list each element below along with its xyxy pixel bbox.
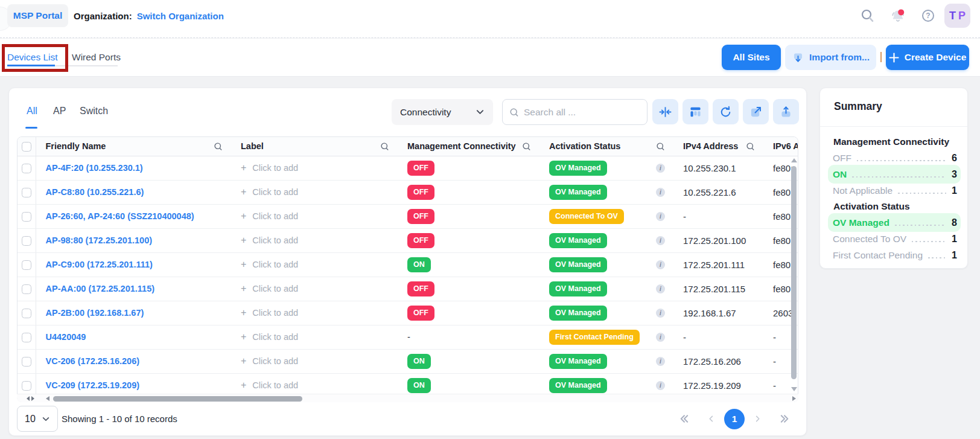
friendly-name-cell[interactable]: VC-206 (172.25.16.206) [36, 349, 231, 373]
column-search-icon[interactable] [656, 142, 665, 151]
friendly-name-cell[interactable]: AP-C9:00 (172.25.201.111) [36, 252, 231, 277]
management-connectivity-cell: ON [398, 252, 539, 277]
page-number-button[interactable]: 1 [724, 409, 745, 429]
scroll-down-arrow-icon[interactable] [791, 387, 797, 391]
info-icon[interactable]: i [656, 284, 665, 293]
click-to-add[interactable]: + Click to add [241, 356, 298, 367]
click-to-add[interactable]: + Click to add [241, 380, 298, 391]
summary-row-leader [898, 193, 946, 194]
column-search-icon[interactable] [522, 142, 531, 151]
row-checkbox[interactable] [22, 381, 31, 391]
friendly-name-cell[interactable]: AP-2B:00 (192.168.1.67) [36, 301, 231, 325]
column-pager-icon[interactable] [27, 396, 42, 401]
ipv4-cell: - [673, 204, 763, 228]
ipv4-cell: 10.255.230.1 [673, 156, 763, 180]
info-icon[interactable]: i [656, 333, 665, 342]
create-device-label: Create Device [905, 52, 967, 63]
info-icon[interactable]: i [656, 164, 665, 173]
page-size-select[interactable]: 10 [17, 406, 58, 432]
row-checkbox[interactable] [22, 236, 31, 246]
tab-wired-ports[interactable]: Wired Ports [72, 52, 121, 63]
row-checkbox[interactable] [22, 333, 31, 342]
friendly-name-cell[interactable]: AP-C8:80 (10.255.221.6) [36, 180, 231, 204]
click-to-add[interactable]: + Click to add [241, 259, 298, 270]
click-to-add[interactable]: + Click to add [241, 187, 298, 197]
click-to-add[interactable]: + Click to add [241, 162, 298, 173]
activation-status-cell: OV Managed i [539, 252, 673, 277]
collapse-columns-button[interactable] [652, 99, 678, 124]
last-page-button[interactable] [779, 413, 791, 425]
import-icon [792, 51, 804, 64]
info-icon[interactable]: i [656, 260, 665, 269]
row-checkbox[interactable] [22, 212, 31, 222]
row-checkbox[interactable] [22, 260, 31, 270]
info-icon[interactable]: i [656, 357, 665, 366]
next-page-button[interactable] [753, 414, 762, 423]
column-search-icon[interactable] [214, 142, 223, 151]
info-icon[interactable]: i [656, 309, 665, 318]
columns-settings-button[interactable] [682, 99, 708, 124]
activation-status-cell: OV Managed i [539, 349, 673, 373]
row-checkbox[interactable] [22, 284, 31, 294]
export-button[interactable] [773, 99, 799, 124]
friendly-name-cell[interactable]: AP-98:80 (172.25.201.100) [36, 228, 231, 252]
row-checkbox[interactable] [22, 309, 31, 318]
help-icon[interactable]: ? [922, 10, 934, 22]
summary-row-label: Connected To OV [833, 234, 906, 245]
info-icon[interactable]: i [656, 188, 665, 197]
info-icon[interactable]: i [656, 212, 665, 221]
refresh-button[interactable] [713, 99, 739, 124]
tab-devices-list[interactable]: Devices List [7, 52, 58, 63]
filter-tab-ap[interactable]: AP [53, 106, 66, 117]
scroll-left-arrow-icon[interactable] [46, 396, 49, 401]
connectivity-filter-select[interactable]: Connectivity [392, 99, 493, 125]
row-checkbox[interactable] [22, 164, 31, 173]
column-search-icon[interactable] [380, 142, 389, 151]
summary-row: Connected To OV 1 [820, 231, 967, 247]
open-external-button[interactable] [743, 99, 769, 124]
label-cell: + Click to add [231, 252, 398, 277]
friendly-name-cell[interactable]: AP-AA:00 (172.25.201.115) [36, 277, 231, 301]
create-device-button[interactable]: Create Device [886, 45, 969, 70]
horizontal-scrollbar-thumb[interactable] [53, 396, 302, 402]
scroll-up-arrow-icon[interactable] [791, 158, 797, 162]
click-to-add[interactable]: + Click to add [241, 283, 298, 294]
friendly-name-cell[interactable]: AP-4F:20 (10.255.230.1) [36, 156, 231, 180]
all-sites-button[interactable]: All Sites [722, 45, 781, 70]
info-icon[interactable]: i [656, 236, 665, 245]
click-to-add[interactable]: + Click to add [241, 211, 298, 222]
click-to-add[interactable]: + Click to add [241, 332, 298, 342]
activation-status-cell: OV Managed i [539, 301, 673, 325]
table-row: U4420049 + Click to add - First Contact … [18, 325, 798, 349]
row-checkbox[interactable] [22, 357, 31, 367]
management-connectivity-cell: OFF [398, 204, 539, 228]
first-page-button[interactable] [678, 413, 690, 425]
previous-page-button[interactable] [707, 414, 716, 423]
table-row: AP-98:80 (172.25.201.100) + Click to add… [18, 228, 798, 252]
import-from-label: Import from... [809, 52, 870, 63]
column-search-icon[interactable] [746, 142, 755, 151]
column-label: Friendly Name [46, 141, 106, 151]
table-row: AP-2B:00 (192.168.1.67) + Click to add O… [18, 301, 798, 325]
select-all-checkbox[interactable] [22, 142, 31, 152]
click-to-add[interactable]: + Click to add [241, 235, 298, 246]
msp-portal-button[interactable]: MSP Portal [7, 4, 68, 27]
organization-link[interactable]: Switch Organization [137, 11, 224, 21]
filter-tab-switch[interactable]: Switch [80, 106, 108, 117]
click-to-add[interactable]: + Click to add [241, 307, 298, 318]
search-input[interactable] [524, 107, 640, 118]
summary-row-leader [912, 241, 946, 242]
friendly-name-cell[interactable]: AP-26:60, AP-24:60 (SSZ210400048) [36, 204, 231, 228]
search-icon[interactable] [861, 8, 875, 23]
table-search [502, 99, 648, 125]
filter-tab-all[interactable]: All [27, 106, 37, 117]
table-row: AP-26:60, AP-24:60 (SSZ210400048) + Clic… [18, 204, 798, 228]
column-label: Management Connectivity [407, 141, 516, 151]
notifications-bell-icon[interactable] [889, 8, 906, 25]
vertical-scrollbar-thumb[interactable] [791, 166, 797, 379]
row-checkbox[interactable] [22, 188, 31, 197]
import-from-button[interactable]: Import from... [785, 45, 876, 70]
info-icon[interactable]: i [656, 381, 665, 390]
user-avatar[interactable]: T P [944, 4, 970, 28]
friendly-name-cell[interactable]: U4420049 [36, 325, 231, 349]
